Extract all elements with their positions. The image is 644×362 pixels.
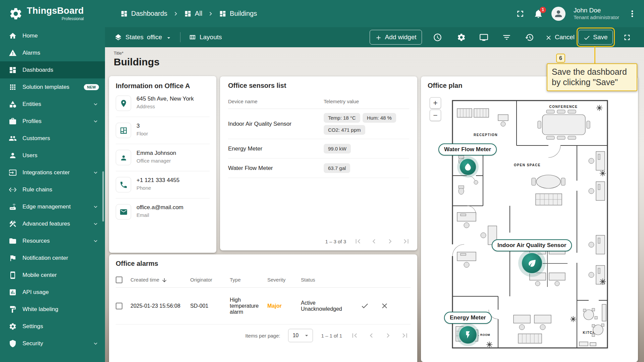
- gear-icon: [9, 322, 17, 330]
- sidebar-item-dashboards[interactable]: Dashboards: [0, 61, 105, 78]
- breadcrumb: DashboardsAllBuildings: [120, 10, 257, 17]
- caret-down-icon: [303, 332, 310, 339]
- items-per-page-select[interactable]: 10: [288, 329, 313, 342]
- info-value: Emma Johnson: [137, 150, 176, 157]
- next-page-icon[interactable]: [386, 237, 394, 246]
- apps-icon: [9, 83, 17, 91]
- clear-alarm-icon[interactable]: [380, 302, 389, 310]
- sidebar-item-rule-chains[interactable]: Rule chains: [0, 181, 105, 198]
- sidebar-item-mobile-center[interactable]: Mobile center: [0, 266, 105, 284]
- toolbar-fullscreen-icon[interactable]: [623, 33, 632, 42]
- map-marker-energy-meter[interactable]: [459, 325, 477, 344]
- next-page-icon[interactable]: [384, 331, 392, 340]
- previous-page-icon[interactable]: [370, 237, 378, 246]
- tutorial-tooltip: Save the dashboard by clicking "Save": [547, 63, 637, 91]
- last-page-icon[interactable]: [402, 237, 411, 246]
- zoom-out-button[interactable]: −: [430, 110, 441, 121]
- column-status: Status: [301, 277, 357, 283]
- sensors-pagination: 1 – 3 of 3: [325, 237, 411, 246]
- marker-label: Water Flow Meter: [444, 146, 491, 153]
- sidebar-item-security[interactable]: Security: [0, 335, 105, 352]
- sidebar-item-alarms[interactable]: Alarms: [0, 44, 105, 61]
- sidebar-item-label: Edge management: [22, 203, 87, 210]
- breadcrumb-label: All: [195, 10, 202, 17]
- telemetry-chip: CO2: 471 ppm: [324, 125, 365, 135]
- email-icon-box: [116, 204, 131, 220]
- time-window-icon[interactable]: [433, 33, 442, 42]
- fullscreen-icon[interactable]: [515, 9, 525, 19]
- sidebar-item-solution-templates[interactable]: Solution templatesNEW: [0, 78, 105, 96]
- info-value: 3: [137, 123, 148, 129]
- sidebar-item-home[interactable]: Home: [0, 27, 105, 44]
- alarm-row[interactable]: 2025-01-23 15:56:08 SD-001 High temperat…: [116, 288, 411, 324]
- breadcrumb-item-all[interactable]: All: [184, 10, 202, 17]
- user-info[interactable]: John Doe Tenant administrator: [574, 6, 619, 21]
- sidebar-item-users[interactable]: Users: [0, 147, 105, 164]
- dashboard-settings-icon[interactable]: [457, 33, 466, 42]
- notifications-button[interactable]: 1: [533, 9, 543, 19]
- air-quality-icon: [527, 258, 537, 268]
- avatar[interactable]: [551, 7, 566, 21]
- zoom-in-button[interactable]: +: [430, 97, 441, 109]
- entity-aliases-icon[interactable]: [479, 33, 488, 42]
- phone-icon-box: [116, 177, 131, 192]
- room-label-open-space: OPEN SPACE: [514, 163, 541, 167]
- sidebar-item-edge-management[interactable]: Edge management: [0, 198, 105, 215]
- sidebar-item-notification-center[interactable]: Notification center: [0, 249, 105, 266]
- map-marker-label-energy-meter[interactable]: Energy Meter: [444, 312, 492, 324]
- map-marker-water-flow-meter[interactable]: [459, 158, 477, 176]
- breadcrumb-item-dashboards[interactable]: Dashboards: [120, 10, 167, 17]
- tutorial-step-badge: 6: [556, 54, 565, 63]
- location-icon-box: [116, 96, 131, 111]
- layouts-button[interactable]: Layouts: [189, 34, 222, 41]
- info-label: Email: [137, 212, 183, 218]
- first-page-icon[interactable]: [354, 237, 362, 246]
- breadcrumb-item-buildings[interactable]: Buildings: [219, 10, 257, 17]
- sensor-row-water-flow-meter[interactable]: Water Flow Meter63.7 gal: [228, 159, 409, 178]
- first-page-icon[interactable]: [350, 331, 359, 340]
- save-button[interactable]: Save: [578, 30, 613, 45]
- air-icon: [527, 258, 537, 268]
- fullscreen-icon: [623, 33, 632, 42]
- last-page-icon: [402, 237, 411, 246]
- sort-descending-icon[interactable]: [161, 277, 167, 283]
- sidebar-item-customers[interactable]: Customers: [0, 130, 105, 147]
- kebab-menu-icon[interactable]: [627, 9, 637, 19]
- close-icon: [380, 302, 389, 310]
- sidebar-item-entities[interactable]: Entities: [0, 96, 105, 113]
- alarm-created-time: 2025-01-23 15:56:08: [130, 303, 190, 309]
- sidebar-item-api-usage[interactable]: API usage: [0, 284, 105, 301]
- add-icon: [375, 34, 382, 41]
- last-page-icon[interactable]: [400, 331, 409, 340]
- select-all-checkbox[interactable]: [116, 277, 122, 283]
- logo[interactable]: ThingsBoard Professional: [0, 6, 105, 21]
- acknowledge-alarm-icon[interactable]: [361, 302, 369, 310]
- map-marker-label-indoor-air-quality-sensor[interactable]: Indoor Air Quality Sensor: [492, 239, 572, 251]
- email-icon: [119, 208, 128, 216]
- cancel-button[interactable]: Cancel: [542, 30, 578, 45]
- sidebar-item-white-labeling[interactable]: White labeling: [0, 301, 105, 318]
- header-actions: 1 John Doe Tenant administrator: [515, 6, 644, 21]
- page-title[interactable]: Buildings: [114, 56, 160, 68]
- sidebar-item-settings[interactable]: Settings: [0, 318, 105, 335]
- map-marker-label-water-flow-meter[interactable]: Water Flow Meter: [438, 143, 497, 156]
- sidebar-item-advanced-features[interactable]: Advanced features: [0, 215, 105, 232]
- sidebar-item-profiles[interactable]: Profiles: [0, 113, 105, 130]
- previous-page-icon[interactable]: [367, 331, 376, 340]
- version-history-icon[interactable]: [525, 33, 534, 42]
- row-checkbox[interactable]: [116, 303, 122, 309]
- sidebar-item-resources[interactable]: Resources: [0, 232, 105, 249]
- check-icon: [583, 34, 590, 41]
- states-selector[interactable]: States office: [114, 34, 172, 41]
- add-widget-button[interactable]: Add widget: [370, 30, 422, 45]
- monitor-icon: [479, 33, 488, 42]
- sidebar-scrollbar-thumb[interactable]: [102, 171, 104, 222]
- thingsboard-app: ThingsBoard Professional DashboardsAllBu…: [0, 0, 644, 362]
- cancel-icon: [545, 34, 552, 41]
- sensor-row-indoor-air-quality-sensor[interactable]: Indoor Air Quality SensorTemp: 18 °CHum:…: [228, 109, 409, 139]
- filters-icon[interactable]: [502, 33, 511, 42]
- info-row-address: 645 5th Ave, New YorkAddress: [116, 90, 210, 117]
- sidebar-item-integrations-center[interactable]: Integrations center: [0, 164, 105, 181]
- sensor-row-energy-meter[interactable]: Energy Meter99.0 kW: [228, 139, 409, 159]
- map-marker-indoor-air-quality-sensor[interactable]: [521, 252, 543, 274]
